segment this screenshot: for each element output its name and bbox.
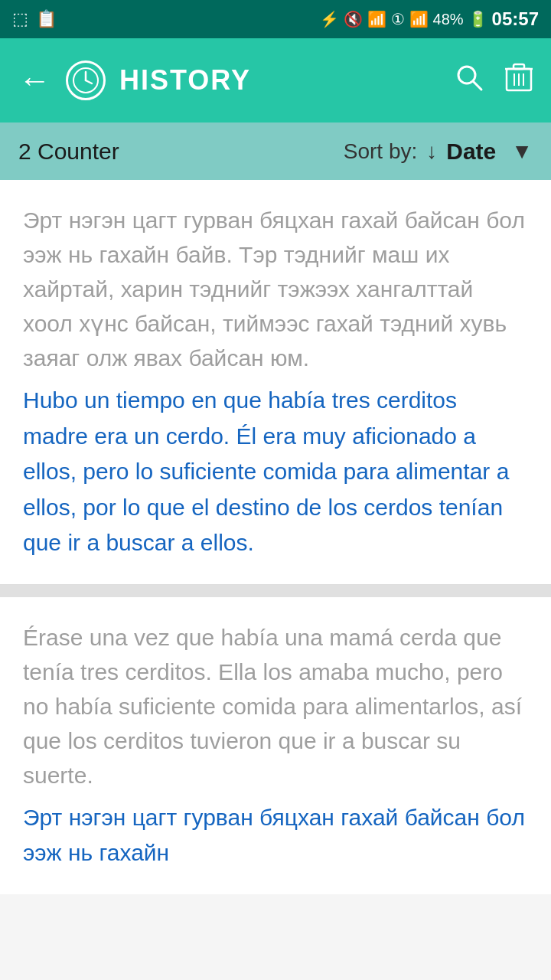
svg-rect-7 bbox=[514, 64, 524, 69]
app-bar-actions bbox=[455, 61, 533, 100]
status-bar: ⬚ 📋 ⚡ 🔇 📶 ① 📶 48% 🔋 05:57 bbox=[0, 0, 551, 38]
gallery-icon: ⬚ bbox=[12, 9, 28, 29]
card2-mongolian-text: Эрт нэгэн цагт гурван бяцхан гахай байса… bbox=[23, 800, 528, 871]
sort-value: Date bbox=[446, 139, 496, 165]
wifi-icon: 📶 bbox=[367, 10, 386, 28]
sort-by-label: Sort by: bbox=[344, 139, 417, 164]
delete-button[interactable] bbox=[505, 61, 533, 100]
sort-section[interactable]: Sort by: ↓ Date ▼ bbox=[344, 139, 533, 165]
filter-bar: 2 Counter Sort by: ↓ Date ▼ bbox=[0, 122, 551, 180]
app-bar-title: HISTORY bbox=[119, 64, 251, 96]
svg-line-2 bbox=[86, 80, 92, 83]
card1-spanish-text: Hubo un tiempo en que había tres cerdito… bbox=[23, 383, 528, 561]
content-area: Эрт нэгэн цагт гурван бяцхан гахай байса… bbox=[0, 180, 551, 894]
status-right-icons: ⚡ 🔇 📶 ① 📶 48% 🔋 05:57 bbox=[320, 8, 539, 30]
card-divider bbox=[0, 585, 551, 597]
search-button[interactable] bbox=[455, 63, 484, 99]
status-left-icons: ⬚ 📋 bbox=[12, 9, 57, 29]
card2-spanish-text: Érase una vez que había una mamá cerda q… bbox=[23, 620, 528, 792]
counter-label: 2 Counter bbox=[18, 139, 344, 165]
battery-icon: 🔋 bbox=[468, 10, 487, 28]
card1-mongolian-text: Эрт нэгэн цагт гурван бяцхан гахай байса… bbox=[23, 203, 528, 375]
svg-line-4 bbox=[473, 81, 481, 90]
sim-icon: ① bbox=[391, 10, 405, 28]
back-button[interactable]: ← bbox=[18, 64, 51, 96]
clock-icon bbox=[66, 60, 106, 100]
bluetooth-muted-icon: ⚡ bbox=[320, 10, 339, 28]
signal-icon: 📶 bbox=[409, 10, 429, 28]
clipboard-icon: 📋 bbox=[36, 9, 57, 29]
mute-icon: 🔇 bbox=[344, 10, 363, 28]
app-bar-title-section: HISTORY bbox=[66, 60, 439, 100]
history-card-2[interactable]: Érase una vez que había una mamá cerda q… bbox=[0, 597, 551, 894]
sort-direction-icon: ↓ bbox=[426, 139, 437, 164]
time-display: 05:57 bbox=[492, 8, 539, 30]
history-card-1[interactable]: Эрт нэгэн цагт гурван бяцхан гахай байса… bbox=[0, 180, 551, 585]
app-bar: ← HISTORY bbox=[0, 38, 551, 122]
sort-dropdown-icon[interactable]: ▼ bbox=[511, 139, 533, 164]
battery-text: 48% bbox=[433, 11, 464, 28]
